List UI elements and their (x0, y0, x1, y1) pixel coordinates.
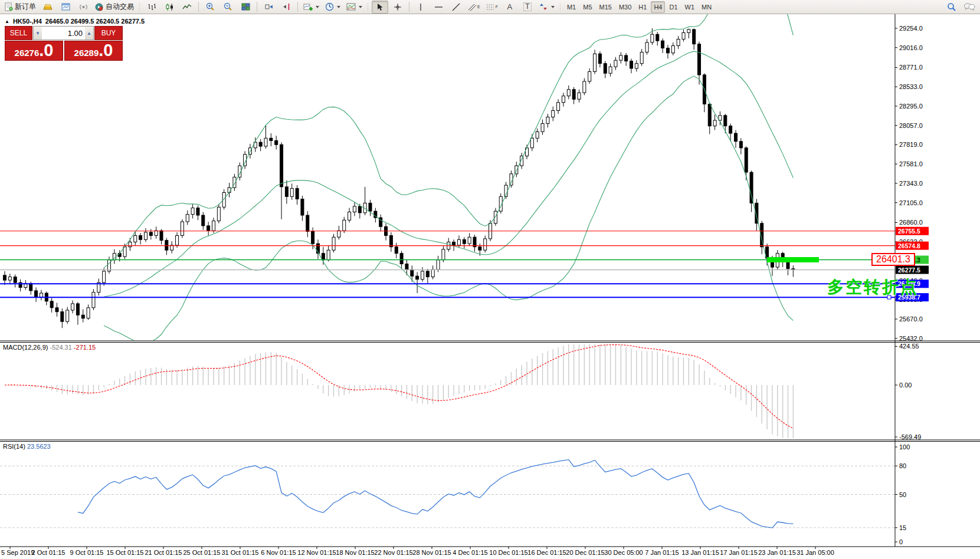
buy-button[interactable]: BUY (94, 26, 123, 40)
auto-scroll-button[interactable] (260, 1, 277, 14)
timeframe-m1[interactable]: M1 (564, 1, 579, 13)
svg-text:28295.0: 28295.0 (899, 103, 923, 110)
sell-price-frac: .0 (39, 42, 53, 58)
vertical-line-icon (417, 3, 424, 11)
dropdown-caret (551, 6, 555, 8)
buy-price-display[interactable]: 26289 .0 (64, 41, 123, 61)
svg-text:27581.0: 27581.0 (899, 160, 923, 167)
svg-text:21 Oct 01:15: 21 Oct 01:15 (145, 549, 182, 556)
cursor-tool-button[interactable] (372, 1, 388, 14)
chart-window-button[interactable] (57, 1, 74, 14)
svg-text:26277.5: 26277.5 (898, 267, 920, 274)
main-toolbar: 新订单 自动交易 (0, 0, 980, 14)
svg-text:18 Nov 01:15: 18 Nov 01:15 (336, 549, 374, 556)
trendline-tool-button[interactable] (448, 1, 464, 14)
channel-icon (468, 3, 477, 11)
sell-button[interactable]: SELL (5, 26, 32, 40)
one-click-trading-panel: SELL ▼ ▲ BUY 26276 .0 26289 .0 (5, 26, 123, 61)
svg-text:28771.0: 28771.0 (899, 64, 923, 71)
candlestick-chart-button[interactable] (161, 1, 178, 14)
svg-text:7 Jan 01:15: 7 Jan 01:15 (645, 549, 679, 556)
add-indicator-button[interactable] (301, 1, 322, 14)
horizontal-line-tool-button[interactable] (430, 1, 447, 14)
volume-decrease-button[interactable]: ▼ (34, 27, 42, 40)
toolbar-separator (198, 2, 199, 12)
price-flag-label[interactable]: 26401.3 (871, 253, 915, 266)
timeframe-m30[interactable]: M30 (616, 1, 634, 13)
text-tool-button[interactable]: A (502, 1, 518, 14)
crosshair-icon (394, 3, 402, 11)
svg-text:29016.0: 29016.0 (899, 44, 923, 51)
text-label-tool-button[interactable]: T (519, 1, 536, 14)
timeframe-m15[interactable]: M15 (596, 1, 615, 13)
arrows-tool-button[interactable] (537, 1, 557, 14)
text-label-icon: T (523, 2, 531, 11)
timeframe-h4[interactable]: H4 (651, 1, 665, 13)
svg-text:31 Oct 01:15: 31 Oct 01:15 (222, 549, 259, 556)
svg-text:0: 0 (899, 538, 903, 545)
crosshair-tool-button[interactable] (389, 1, 406, 14)
dropdown-caret (337, 6, 340, 8)
templates-button[interactable] (344, 1, 365, 14)
bar-chart-button[interactable] (143, 1, 160, 14)
zoom-in-button[interactable] (202, 1, 218, 14)
new-order-icon (5, 2, 13, 11)
autotrading-button[interactable]: 自动交易 (93, 1, 136, 14)
chat-button[interactable] (961, 1, 978, 14)
vertical-line-tool-button[interactable] (412, 1, 429, 14)
new-order-label: 新订单 (15, 2, 36, 12)
svg-text:13 Jan 01:15: 13 Jan 01:15 (681, 549, 719, 556)
svg-text:17 Jan 01:15: 17 Jan 01:15 (720, 549, 758, 556)
svg-text:80: 80 (899, 462, 906, 469)
text-tool-icon: A (507, 2, 513, 11)
svg-text:27819.0: 27819.0 (899, 141, 923, 148)
dropdown-caret (316, 6, 319, 8)
equidistant-channel-tool-button[interactable]: E (466, 1, 483, 14)
rsi-name: RSI(14) (3, 443, 25, 450)
tile-windows-icon (241, 3, 250, 11)
trendline-icon (452, 3, 460, 11)
rsi-value: 23.5623 (27, 443, 51, 450)
zoom-out-button[interactable] (219, 1, 236, 14)
chart-window-icon (61, 3, 70, 11)
volume-stepper: ▼ ▲ (33, 26, 94, 40)
search-button[interactable] (943, 1, 960, 14)
svg-text:12 Nov 01:15: 12 Nov 01:15 (297, 549, 336, 556)
market-watch-button[interactable] (40, 1, 56, 14)
collapse-panel-icon[interactable]: ▲ (5, 19, 9, 24)
zoom-in-icon (206, 2, 215, 11)
timeframe-m5[interactable]: M5 (580, 1, 595, 13)
macd-indicator-label: MACD(12,26,9) -524.31 -271.15 (3, 344, 96, 351)
svg-text:5 Sep 2019: 5 Sep 2019 (1, 549, 34, 556)
svg-text:-569.49: -569.49 (899, 433, 921, 440)
svg-text:25670.0: 25670.0 (899, 315, 923, 323)
timeframe-h1[interactable]: H1 (635, 1, 650, 13)
buy-price-main: 26289 (74, 48, 99, 58)
svg-text:100: 100 (899, 443, 910, 451)
dropdown-caret (359, 6, 362, 8)
new-order-button[interactable]: 新订单 (2, 1, 38, 14)
fibonacci-tool-button[interactable]: F (484, 1, 500, 14)
line-chart-button[interactable] (179, 1, 195, 14)
search-icon (947, 2, 956, 12)
chart-shift-button[interactable] (278, 1, 294, 14)
svg-text:28057.0: 28057.0 (899, 122, 923, 129)
toolbar-separator (257, 2, 257, 12)
sell-price-display[interactable]: 26276 .0 (5, 41, 63, 61)
timeframe-d1[interactable]: D1 (666, 1, 680, 13)
timeframe-w1[interactable]: W1 (682, 1, 698, 13)
volume-increase-button[interactable]: ▲ (85, 27, 93, 40)
timeframe-mn[interactable]: MN (699, 1, 714, 13)
signal-button[interactable] (75, 1, 91, 14)
svg-text:29254.0: 29254.0 (899, 25, 923, 32)
zoom-out-icon (224, 2, 232, 11)
line-chart-icon (182, 3, 192, 11)
periods-button[interactable] (323, 1, 343, 14)
volume-input[interactable] (42, 27, 85, 40)
svg-text:25 Oct 01:15: 25 Oct 01:15 (183, 549, 221, 556)
chart-shift-icon (282, 3, 291, 11)
channel-sub-label: E (477, 5, 480, 9)
tile-windows-button[interactable] (237, 1, 254, 14)
svg-text:28 Nov 01:15: 28 Nov 01:15 (412, 549, 451, 556)
svg-text:27343.0: 27343.0 (899, 180, 923, 187)
